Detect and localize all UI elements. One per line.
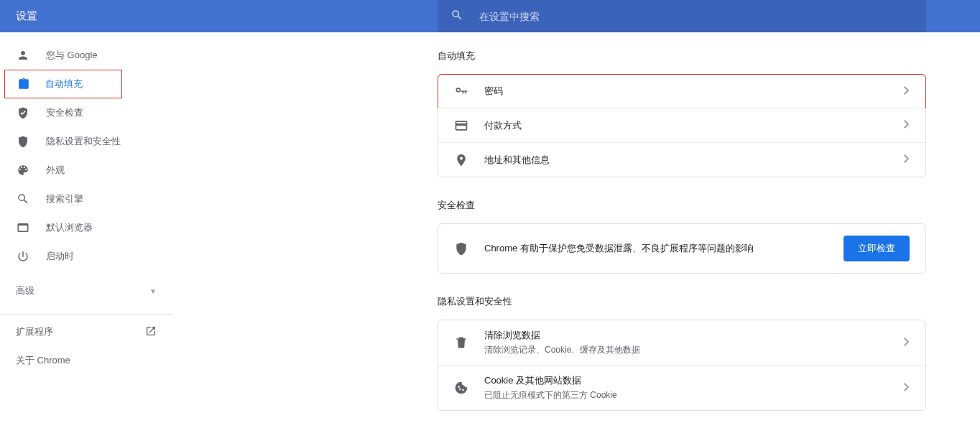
sidebar-about-label: 关于 Chrome (16, 354, 70, 367)
privacy-card: 清除浏览数据 清除浏览记录、Cookie、缓存及其他数据 Cookie 及其他网… (438, 320, 926, 411)
section-title-autofill: 自动填充 (438, 50, 926, 62)
magnify-icon (16, 192, 30, 206)
row-sub: 已阻止无痕模式下的第三方 Cookie (484, 389, 904, 401)
power-icon (16, 249, 30, 264)
sidebar-item-label: 搜索引擎 (46, 192, 83, 205)
row-text: Cookie 及其他网站数据 已阻止无痕模式下的第三方 Cookie (484, 374, 904, 401)
row-label: 付款方式 (484, 119, 904, 132)
chevron-right-icon (904, 120, 910, 131)
row-payments[interactable]: 付款方式 (438, 108, 925, 142)
sidebar-item-startup[interactable]: 启动时 (0, 242, 172, 271)
chevron-right-icon (904, 383, 910, 394)
search-box[interactable] (438, 0, 926, 32)
chevron-right-icon (904, 86, 910, 97)
sidebar-item-security-check[interactable]: 安全检查 (0, 98, 172, 127)
clipboard-icon (17, 77, 31, 91)
section-autofill: 自动填充 密码 付款方式 (438, 50, 926, 177)
sidebar-about[interactable]: 关于 Chrome (0, 346, 172, 375)
browser-icon (16, 220, 30, 235)
sidebar-item-default-browser[interactable]: 默认浏览器 (0, 213, 172, 242)
palette-icon (16, 163, 30, 177)
sidebar-item-label: 您与 Google (46, 49, 98, 62)
search-icon (450, 9, 479, 24)
sidebar-item-you-and-google[interactable]: 您与 Google (0, 41, 172, 70)
sidebar-extensions-label: 扩展程序 (16, 325, 53, 338)
row-label: 密码 (484, 85, 904, 98)
check-now-button[interactable]: 立即检查 (843, 236, 910, 261)
key-icon (454, 84, 468, 98)
sidebar-item-privacy[interactable]: 隐私设置和安全性 (0, 127, 172, 156)
sidebar-divider (0, 314, 172, 315)
main-content: 自动填充 密码 付款方式 (172, 32, 980, 423)
section-title-safety: 安全检查 (438, 199, 926, 212)
sidebar: 您与 Google 自动填充 安全检查 隐私设置和安全性 外观 (0, 32, 172, 423)
sidebar-item-label: 隐私设置和安全性 (46, 135, 121, 148)
chevron-right-icon (904, 154, 910, 165)
row-clear-data[interactable]: 清除浏览数据 清除浏览记录、Cookie、缓存及其他数据 (438, 320, 925, 365)
page-title: 设置 (0, 9, 37, 23)
section-title-privacy: 隐私设置和安全性 (438, 295, 926, 308)
sidebar-extensions[interactable]: 扩展程序 (0, 317, 172, 346)
shield-icon (454, 241, 468, 256)
section-safety: 安全检查 Chrome 有助于保护您免受数据泄露、不良扩展程序等问题的影响 立即… (438, 199, 926, 274)
sidebar-item-label: 启动时 (46, 250, 74, 263)
row-label: Cookie 及其他网站数据 (484, 374, 904, 387)
person-icon (16, 48, 30, 62)
sidebar-advanced-label: 高级 (16, 284, 34, 297)
sidebar-advanced[interactable]: 高级 ▼ (0, 276, 172, 305)
sidebar-item-label: 默认浏览器 (46, 221, 93, 234)
row-text: 清除浏览数据 清除浏览记录、Cookie、缓存及其他数据 (484, 329, 904, 356)
sidebar-item-label: 安全检查 (46, 106, 83, 119)
search-input[interactable] (479, 11, 913, 22)
row-label: 清除浏览数据 (484, 329, 904, 342)
external-link-icon (145, 325, 157, 339)
sidebar-item-label: 外观 (46, 164, 65, 177)
row-passwords[interactable]: 密码 (438, 74, 926, 108)
credit-card-icon (454, 118, 468, 133)
header: 设置 (0, 0, 980, 32)
sidebar-item-label: 自动填充 (45, 78, 83, 90)
row-sub: 清除浏览记录、Cookie、缓存及其他数据 (484, 344, 904, 356)
autofill-card: 密码 付款方式 地址和其他信息 (438, 74, 926, 177)
trash-icon (454, 335, 468, 350)
chevron-down-icon: ▼ (149, 287, 157, 295)
shield-check-icon (16, 106, 30, 120)
cookie-icon (454, 381, 468, 395)
sidebar-item-search-engine[interactable]: 搜索引擎 (0, 185, 172, 213)
row-cookies[interactable]: Cookie 及其他网站数据 已阻止无痕模式下的第三方 Cookie (438, 365, 925, 410)
safety-card: Chrome 有助于保护您免受数据泄露、不良扩展程序等问题的影响 立即检查 (438, 223, 926, 274)
row-label: 地址和其他信息 (484, 154, 904, 167)
location-icon (454, 153, 468, 167)
sidebar-item-autofill[interactable]: 自动填充 (4, 70, 122, 98)
chevron-right-icon (904, 338, 910, 348)
row-addresses[interactable]: 地址和其他信息 (438, 142, 925, 177)
section-privacy: 隐私设置和安全性 清除浏览数据 清除浏览记录、Cookie、缓存及其他数据 (438, 295, 926, 411)
shield-icon (16, 134, 30, 149)
sidebar-item-appearance[interactable]: 外观 (0, 156, 172, 185)
safety-message: Chrome 有助于保护您免受数据泄露、不良扩展程序等问题的影响 (484, 242, 843, 255)
